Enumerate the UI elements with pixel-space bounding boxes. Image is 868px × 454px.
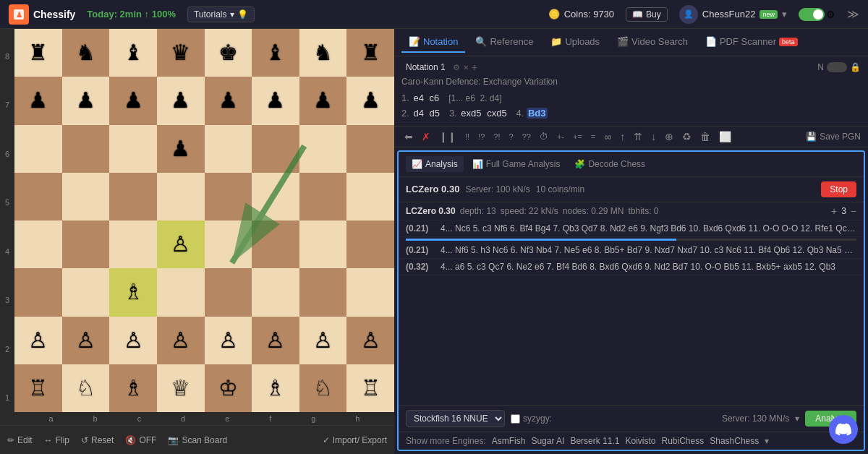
annotation-exclaim-q-button[interactable]: !? (475, 131, 488, 142)
up-button[interactable]: ↑ (617, 129, 628, 144)
cell-e2[interactable]: ♙ (205, 317, 252, 364)
circ-button[interactable]: ⊕ (662, 129, 676, 144)
cell-c6[interactable] (109, 125, 157, 173)
annotation-q2-button[interactable]: ?? (519, 131, 534, 142)
engine-link-sugar[interactable]: Sugar AI (531, 436, 564, 446)
analysis-tab-full-game[interactable]: 📊 Full Game Analysis (467, 156, 566, 172)
recycle-button[interactable]: ♻ (679, 129, 694, 144)
engine-link-koivisto[interactable]: Koivisto (625, 436, 655, 446)
cell-c4[interactable] (109, 220, 157, 268)
notation-close-icon[interactable]: ✕ (463, 64, 469, 72)
expand-button[interactable]: ⬜ (716, 129, 734, 144)
annotation-exclaim2-button[interactable]: !! (462, 131, 472, 142)
collapse-icon[interactable]: ≫ (847, 7, 859, 21)
notation-settings-icon[interactable]: ⚙ (453, 63, 460, 72)
move-2w[interactable]: d4 (412, 108, 425, 119)
cell-b7[interactable]: ♟ (62, 77, 110, 124)
cell-a2[interactable]: ♙ (14, 317, 62, 364)
cell-c8[interactable]: ♝ (109, 29, 157, 77)
cell-e1[interactable]: ♔ (205, 364, 252, 412)
cell-g4[interactable] (299, 220, 347, 268)
notation-add-button[interactable]: + (472, 61, 477, 73)
edit-button[interactable]: ✏ Edit (7, 435, 33, 445)
cell-a5[interactable] (14, 173, 62, 220)
reset-button[interactable]: ↺ Reset (81, 435, 114, 445)
cell-b6[interactable] (62, 125, 110, 173)
inf-button[interactable]: ∞ (601, 129, 614, 144)
clock-button[interactable]: ⏱ (537, 130, 551, 143)
tab-pdf-scanner[interactable]: 📄 PDF Scanner beta (698, 32, 805, 53)
cell-c1[interactable]: ♗ (109, 364, 157, 412)
move-1b[interactable]: c6 (428, 93, 441, 103)
cell-e3[interactable] (205, 268, 252, 316)
flip-button[interactable]: ↔ Flip (44, 435, 69, 445)
lock-icon[interactable]: 🔒 (850, 62, 861, 72)
tutorials-button[interactable]: Tutorials ▾ 💡 (187, 7, 255, 22)
cell-h6[interactable] (346, 125, 394, 173)
syzygy-checkbox[interactable]: syzygy: (511, 414, 552, 424)
tab-notation[interactable]: 📝 Notation (401, 32, 465, 53)
cell-e6[interactable] (205, 125, 252, 173)
cell-e5[interactable] (205, 173, 252, 220)
cell-g5[interactable] (299, 173, 347, 220)
cell-c7[interactable]: ♟ (109, 77, 157, 124)
discord-button[interactable] (829, 415, 858, 444)
analysis-tab-decode[interactable]: 🧩 Decode Chess (569, 156, 651, 172)
more-engines-chevron[interactable]: ▾ (765, 436, 769, 446)
cell-a6[interactable] (14, 125, 62, 173)
cell-h1[interactable]: ♖ (346, 364, 394, 412)
stop-button[interactable]: Stop (821, 181, 856, 197)
nav-double-bar-button[interactable]: ❙❙ (436, 129, 459, 144)
up2-button[interactable]: ⇈ (631, 129, 645, 144)
move-1w[interactable]: e4 (412, 93, 425, 103)
n-toggle[interactable] (827, 62, 847, 72)
analysis-line-3[interactable]: (0.32) 4... a6 5. c3 Qc7 6. Ne2 e6 7. Bf… (399, 259, 864, 275)
cell-f4[interactable] (252, 220, 299, 268)
import-export-button[interactable]: ✓ Import/ Export (323, 435, 387, 445)
annotation-q-exclaim-button[interactable]: ?! (490, 131, 503, 142)
engine-select[interactable]: Stockfish 16 NNUE (406, 410, 505, 427)
cell-b8[interactable]: ♞ (62, 29, 110, 77)
chess-board[interactable]: ♜♞♝♛♚♝♞♜♟♟♟♟♟♟♟♟♟♙♗♙♙♙♙♙♙♙♙♖♘♗♕♔♗♘♖ (14, 29, 394, 412)
engine-link-berserk[interactable]: Berserk 11.1 (570, 436, 619, 446)
move-3w[interactable]: exd5 (459, 108, 482, 119)
cell-e7[interactable]: ♟ (205, 77, 252, 124)
cell-c5[interactable] (109, 173, 157, 220)
cell-d5[interactable] (157, 173, 205, 220)
cell-g1[interactable]: ♘ (299, 364, 347, 412)
cell-g3[interactable] (299, 268, 347, 316)
annotation-q-button[interactable]: ? (506, 131, 516, 142)
cell-b1[interactable]: ♘ (62, 364, 110, 412)
cell-b3[interactable] (62, 268, 110, 316)
cell-d2[interactable]: ♙ (157, 317, 205, 364)
cell-h4[interactable] (346, 220, 394, 268)
syzygy-check-input[interactable] (511, 414, 520, 424)
cell-h2[interactable]: ♙ (346, 317, 394, 364)
plus-lines-button[interactable]: + (831, 205, 837, 217)
nav-cancel-button[interactable]: ✗ (419, 129, 433, 144)
cell-d3[interactable] (157, 268, 205, 316)
analysis-tab-analysis[interactable]: 📈 Analysis (406, 156, 464, 172)
buy-button[interactable]: 📖 Buy (626, 7, 668, 22)
engine-toggle[interactable]: ⚙ (799, 8, 835, 21)
plus-eq-button[interactable]: += (570, 131, 585, 142)
move-3b[interactable]: cxd5 (485, 108, 508, 119)
cell-h8[interactable]: ♜ (346, 29, 394, 77)
cell-h3[interactable] (346, 268, 394, 316)
analysis-line-2[interactable]: (0.21) 4... Nf6 5. h3 Nc6 6. Nf3 Nb4 7. … (399, 242, 864, 259)
cell-d7[interactable]: ♟ (157, 77, 205, 124)
cell-f3[interactable] (252, 268, 299, 316)
cell-h7[interactable]: ♟ (346, 77, 394, 124)
analysis-line-1[interactable]: (0.21) 4... Nc6 5. c3 Nf6 6. Bf4 Bg4 7. … (399, 220, 864, 237)
eq-button[interactable]: = (588, 131, 598, 142)
cell-a4[interactable] (14, 220, 62, 268)
save-pgn-button[interactable]: 💾 Save PGN (806, 132, 861, 142)
chevron-down-icon[interactable]: ▾ (782, 9, 787, 20)
engine-link-rubichess[interactable]: RubiChess (662, 436, 705, 446)
minus-lines-button[interactable]: − (851, 205, 856, 217)
cell-f8[interactable]: ♝ (252, 29, 299, 77)
cell-f1[interactable]: ♗ (252, 364, 299, 412)
move-4w[interactable]: Bd3 (527, 108, 548, 119)
cell-e4[interactable] (205, 220, 252, 268)
cell-d4[interactable]: ♙ (157, 220, 205, 268)
